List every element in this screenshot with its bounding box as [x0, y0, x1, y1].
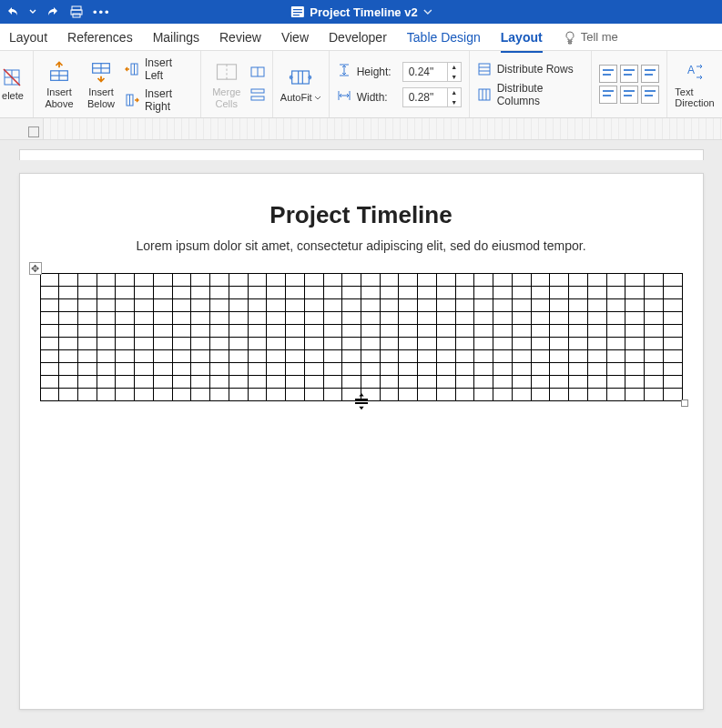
table-cell[interactable] — [267, 287, 286, 299]
table-cell[interactable] — [286, 325, 305, 338]
table-cell[interactable] — [77, 312, 97, 325]
table-cell[interactable] — [40, 338, 59, 350]
table-cell[interactable] — [418, 389, 437, 401]
table-cell[interactable] — [172, 325, 191, 338]
table-cell[interactable] — [40, 376, 59, 389]
table-row[interactable] — [40, 274, 682, 287]
table-cell[interactable] — [625, 389, 645, 401]
table-cell[interactable] — [606, 312, 625, 325]
width-spinner[interactable]: 0.28" ▲ ▼ — [402, 87, 462, 107]
table-cell[interactable] — [663, 325, 682, 338]
table-cell[interactable] — [474, 287, 493, 299]
table-cell[interactable] — [606, 274, 625, 287]
table-cell[interactable] — [399, 325, 418, 338]
table-cell[interactable] — [531, 376, 550, 389]
page-body-text[interactable]: Lorem ipsum dolor sit amet, consectetur … — [40, 238, 683, 253]
table-cell[interactable] — [569, 274, 588, 287]
table-cell[interactable] — [436, 389, 455, 401]
align-mid-center[interactable] — [620, 86, 638, 104]
table-cell[interactable] — [135, 299, 154, 312]
align-top-right[interactable] — [641, 65, 659, 83]
table-row[interactable] — [40, 312, 682, 325]
text-direction-button[interactable]: A Text Direction — [675, 61, 715, 108]
table-cell[interactable] — [304, 376, 323, 389]
table-cell[interactable] — [135, 338, 154, 350]
table-cell[interactable] — [493, 312, 513, 325]
table-cell[interactable] — [606, 299, 625, 312]
table-cell[interactable] — [569, 287, 588, 299]
table-cell[interactable] — [77, 299, 97, 312]
table-cell[interactable] — [59, 287, 78, 299]
table-cell[interactable] — [135, 274, 154, 287]
table-cell[interactable] — [342, 287, 361, 299]
table-cell[interactable] — [663, 299, 682, 312]
table-cell[interactable] — [116, 350, 135, 363]
table-cell[interactable] — [493, 389, 513, 401]
table-cell[interactable] — [550, 312, 569, 325]
table-cell[interactable] — [361, 376, 380, 389]
table-cell[interactable] — [77, 325, 97, 338]
table-cell[interactable] — [361, 287, 380, 299]
table-cell[interactable] — [116, 363, 135, 376]
table-row[interactable] — [40, 363, 682, 376]
table-cell[interactable] — [40, 299, 59, 312]
table-cell[interactable] — [531, 338, 550, 350]
table-cell[interactable] — [304, 389, 323, 401]
table-cell[interactable] — [97, 338, 116, 350]
table-row[interactable] — [40, 287, 682, 299]
table-cell[interactable] — [342, 299, 361, 312]
table-cell[interactable] — [210, 350, 229, 363]
document-table[interactable] — [40, 273, 683, 401]
table-cell[interactable] — [342, 363, 361, 376]
table-cell[interactable] — [267, 274, 286, 287]
table-cell[interactable] — [191, 338, 210, 350]
table-cell[interactable] — [40, 274, 59, 287]
table-cell[interactable] — [229, 312, 248, 325]
table-cell[interactable] — [550, 338, 569, 350]
table-row[interactable] — [40, 376, 682, 389]
table-cell[interactable] — [59, 376, 78, 389]
table-cell[interactable] — [229, 338, 248, 350]
table-cell[interactable] — [286, 389, 305, 401]
table-cell[interactable] — [323, 389, 342, 401]
table-cell[interactable] — [172, 287, 191, 299]
table-cell[interactable] — [512, 389, 531, 401]
table-cell[interactable] — [153, 389, 172, 401]
table-cell[interactable] — [210, 376, 229, 389]
table-cell[interactable] — [625, 350, 645, 363]
table-cell[interactable] — [267, 338, 286, 350]
table-cell[interactable] — [531, 274, 550, 287]
table-cell[interactable] — [304, 312, 323, 325]
table-cell[interactable] — [210, 338, 229, 350]
table-cell[interactable] — [59, 299, 78, 312]
table-cell[interactable] — [191, 389, 210, 401]
table-cell[interactable] — [493, 338, 513, 350]
insert-above-button[interactable]: Insert Above — [41, 59, 77, 108]
table-cell[interactable] — [229, 389, 248, 401]
table-cell[interactable] — [135, 376, 154, 389]
table-cell[interactable] — [380, 363, 399, 376]
table-cell[interactable] — [493, 274, 513, 287]
distribute-cols-button[interactable]: Distribute Columns — [477, 82, 584, 107]
table-cell[interactable] — [493, 376, 513, 389]
table-cell[interactable] — [248, 287, 267, 299]
table-cell[interactable] — [59, 325, 78, 338]
split-table-icon[interactable] — [250, 87, 265, 105]
table-cell[interactable] — [512, 287, 531, 299]
undo-button[interactable] — [5, 5, 20, 19]
table-cell[interactable] — [304, 350, 323, 363]
table-cell[interactable] — [361, 363, 380, 376]
table-cell[interactable] — [512, 376, 531, 389]
table-cell[interactable] — [135, 312, 154, 325]
table-cell[interactable] — [474, 312, 493, 325]
table-cell[interactable] — [59, 338, 78, 350]
insert-below-button[interactable]: Insert Below — [83, 59, 119, 108]
table-cell[interactable] — [248, 376, 267, 389]
table-cell[interactable] — [267, 325, 286, 338]
table-cell[interactable] — [663, 274, 682, 287]
table-cell[interactable] — [304, 287, 323, 299]
table-cell[interactable] — [286, 287, 305, 299]
table-cell[interactable] — [40, 363, 59, 376]
tab-table-layout[interactable]: Layout — [501, 26, 543, 48]
table-cell[interactable] — [380, 287, 399, 299]
